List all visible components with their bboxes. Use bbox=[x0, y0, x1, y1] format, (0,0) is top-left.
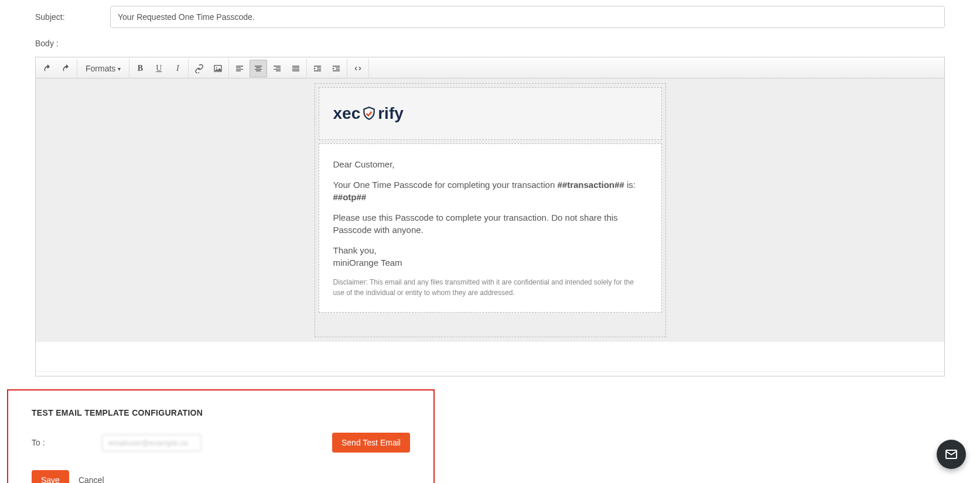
chat-fab[interactable] bbox=[937, 440, 966, 469]
editor-footer-pad bbox=[36, 342, 944, 371]
undo-icon[interactable] bbox=[39, 60, 56, 77]
align-left-icon[interactable] bbox=[231, 60, 248, 77]
align-center-icon[interactable] bbox=[250, 60, 267, 77]
italic-icon[interactable]: I bbox=[169, 60, 186, 77]
email-disclaimer: Disclaimer: This email and any files tra… bbox=[333, 277, 647, 298]
link-icon[interactable] bbox=[190, 60, 208, 77]
source-code-icon[interactable] bbox=[349, 60, 367, 77]
shield-check-icon bbox=[361, 106, 377, 121]
redo-icon[interactable] bbox=[57, 60, 75, 77]
align-justify-icon[interactable] bbox=[287, 60, 305, 77]
email-greeting: Dear Customer, bbox=[333, 158, 647, 170]
send-test-email-button[interactable]: Send Test Email bbox=[332, 433, 410, 453]
subject-row: Subject: bbox=[35, 6, 945, 28]
image-icon[interactable] bbox=[209, 60, 227, 77]
cancel-button[interactable]: Cancel bbox=[71, 470, 111, 483]
xecurify-logo: xec rify bbox=[333, 104, 647, 123]
email-body-cell: Dear Customer, Your One Time Passcode fo… bbox=[319, 143, 662, 313]
body-label: Body : bbox=[35, 39, 945, 48]
subject-label: Subject: bbox=[35, 12, 110, 22]
outdent-icon[interactable] bbox=[309, 60, 326, 77]
test-email-section: TEST EMAIL TEMPLATE CONFIGURATION To : S… bbox=[7, 389, 435, 483]
bold-icon[interactable]: B bbox=[131, 60, 149, 77]
formats-dropdown[interactable]: Formats ▾ bbox=[79, 60, 127, 77]
save-button[interactable]: Save bbox=[32, 470, 69, 483]
indent-icon[interactable] bbox=[327, 60, 345, 77]
underline-icon[interactable]: U bbox=[150, 60, 168, 77]
email-template-table: xec rify Dear Customer, Your One Time Pa… bbox=[315, 83, 666, 337]
email-logo-cell: xec rify bbox=[319, 87, 662, 140]
email-otp-line: Your One Time Passcode for completing yo… bbox=[333, 179, 647, 203]
editor-resize-handle[interactable] bbox=[36, 371, 944, 376]
editor-canvas[interactable]: xec rify Dear Customer, Your One Time Pa… bbox=[36, 78, 944, 342]
editor-toolbar: Formats ▾ B U I bbox=[36, 57, 944, 78]
form-actions: Save Cancel bbox=[32, 470, 410, 483]
to-label: To : bbox=[32, 438, 90, 447]
test-to-row: To : Send Test Email bbox=[32, 433, 410, 453]
mail-icon bbox=[944, 447, 958, 461]
rich-text-editor: Formats ▾ B U I bbox=[35, 57, 945, 376]
svg-point-1 bbox=[216, 67, 217, 68]
email-signoff: Thank you, miniOrange Team bbox=[333, 244, 647, 269]
to-input[interactable] bbox=[102, 434, 202, 451]
subject-input[interactable] bbox=[110, 6, 945, 28]
align-right-icon[interactable] bbox=[268, 60, 286, 77]
chevron-down-icon: ▾ bbox=[118, 66, 121, 72]
test-section-title: TEST EMAIL TEMPLATE CONFIGURATION bbox=[32, 408, 410, 417]
email-instructions: Please use this Passcode to complete you… bbox=[333, 211, 647, 236]
